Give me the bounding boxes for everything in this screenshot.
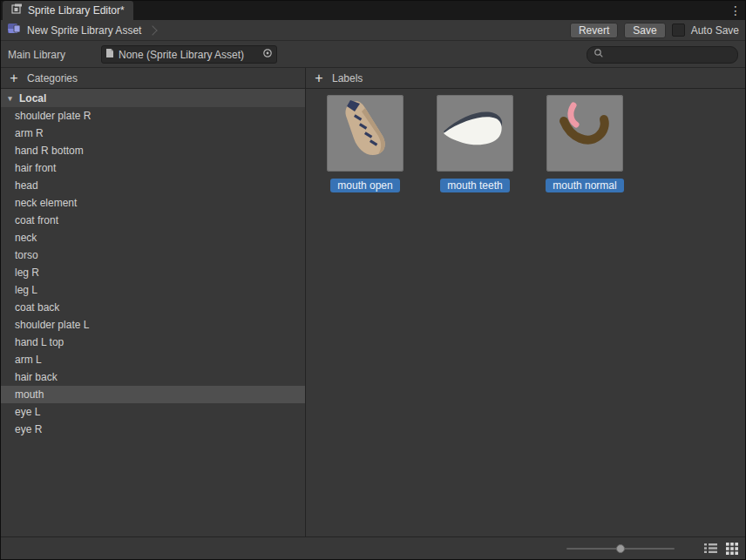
asset-file-icon xyxy=(105,48,114,61)
auto-save-label: Auto Save xyxy=(691,24,739,37)
sprite-thumbnail-mouth-normal[interactable] xyxy=(546,95,623,172)
label-name-pill[interactable]: mouth normal xyxy=(546,179,623,192)
add-label-icon[interactable]: + xyxy=(314,72,324,84)
category-item[interactable]: torso xyxy=(1,246,305,264)
category-item[interactable]: shoulder plate L xyxy=(1,316,305,334)
slider-handle[interactable] xyxy=(616,544,625,553)
label-card[interactable]: mouth open xyxy=(327,95,404,192)
category-item[interactable]: hair front xyxy=(1,159,305,177)
bottom-bar xyxy=(1,536,745,559)
breadcrumb[interactable]: New Sprite Library Asset xyxy=(27,24,141,37)
label-card[interactable]: mouth normal xyxy=(546,95,623,192)
labels-header-label: Labels xyxy=(332,72,363,84)
list-view-icon[interactable] xyxy=(703,541,718,556)
label-grid: mouth open mouth teeth xyxy=(306,89,745,192)
category-item[interactable]: coat back xyxy=(1,299,305,316)
main-library-label: Main Library xyxy=(8,49,101,61)
category-item[interactable]: coat front xyxy=(1,212,305,229)
category-item[interactable]: arm L xyxy=(1,351,305,368)
label-card[interactable]: mouth teeth xyxy=(437,95,513,192)
sprite-thumbnail-mouth-teeth[interactable] xyxy=(437,95,513,172)
tab-sprite-library-editor[interactable]: Sprite Library Editor* xyxy=(3,1,133,20)
local-group-label: Local xyxy=(19,92,46,105)
breadcrumb-chevron-icon xyxy=(148,25,158,35)
category-item-selected[interactable]: mouth xyxy=(1,386,305,403)
category-list: shoulder plate R arm R hand R bottom hai… xyxy=(1,107,305,536)
thumbnail-size-slider[interactable] xyxy=(566,542,675,556)
main-library-object-field[interactable]: None (Sprite Library Asset) xyxy=(101,45,277,64)
labels-header: + Labels xyxy=(306,68,745,89)
tab-strip: Sprite Library Editor* ⋮ xyxy=(1,1,745,20)
search-input[interactable] xyxy=(607,48,731,62)
categories-panel: + Categories ▾ Local shoulder plate R ar… xyxy=(1,68,306,536)
auto-save-checkbox[interactable] xyxy=(672,24,685,37)
categories-header-label: Categories xyxy=(27,72,78,84)
sprite-thumbnail-mouth-open[interactable] xyxy=(327,95,404,172)
category-item[interactable]: head xyxy=(1,177,305,194)
category-item[interactable]: leg R xyxy=(1,264,305,281)
grid-view-icon[interactable] xyxy=(724,541,739,556)
sprite-library-window-icon xyxy=(11,3,23,17)
search-icon xyxy=(593,48,604,61)
main-split: + Categories ▾ Local shoulder plate R ar… xyxy=(1,68,745,536)
tab-title: Sprite Library Editor* xyxy=(28,4,125,17)
object-field-value: None (Sprite Library Asset) xyxy=(119,49,258,61)
search-field[interactable] xyxy=(587,46,738,64)
labels-panel: + Labels xyxy=(306,68,745,536)
object-picker-icon[interactable] xyxy=(262,48,273,61)
main-library-row: Main Library None (Sprite Library Asset) xyxy=(1,42,745,68)
sprite-library-editor-window: Sprite Library Editor* ⋮ New Sprite Libr… xyxy=(0,0,746,560)
category-item[interactable]: eye L xyxy=(1,403,305,421)
add-category-icon[interactable]: + xyxy=(9,72,19,84)
category-item[interactable]: eye R xyxy=(1,421,305,438)
categories-header: + Categories xyxy=(1,68,305,89)
save-button[interactable]: Save xyxy=(624,23,665,38)
category-item[interactable]: arm R xyxy=(1,125,305,142)
toolbar: New Sprite Library Asset Revert Save Aut… xyxy=(1,20,745,41)
category-item[interactable]: shoulder plate R xyxy=(1,107,305,125)
category-item[interactable]: hand R bottom xyxy=(1,142,305,159)
label-name-pill[interactable]: mouth teeth xyxy=(440,179,509,192)
category-item[interactable]: hair back xyxy=(1,368,305,386)
category-item[interactable]: hand L top xyxy=(1,334,305,351)
local-foldout[interactable]: ▾ Local xyxy=(1,89,305,107)
category-item[interactable]: neck element xyxy=(1,194,305,212)
kebab-menu-icon[interactable]: ⋮ xyxy=(726,1,745,20)
category-item[interactable]: leg L xyxy=(1,281,305,299)
sprite-library-asset-icon xyxy=(7,23,21,37)
revert-button[interactable]: Revert xyxy=(570,23,618,38)
category-item[interactable]: neck xyxy=(1,229,305,246)
foldout-triangle-icon[interactable]: ▾ xyxy=(5,94,15,103)
label-name-pill[interactable]: mouth open xyxy=(330,179,399,192)
